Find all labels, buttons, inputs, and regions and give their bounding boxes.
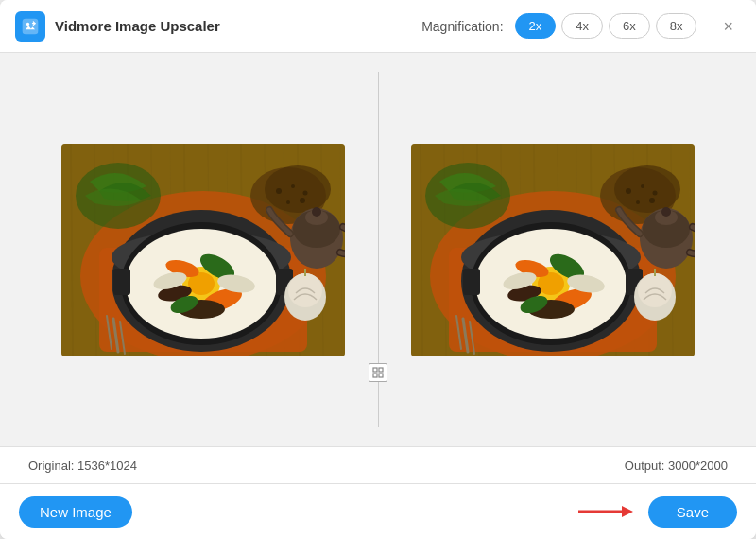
app-window: Vidmore Image Upscaler Magnification: 2x… [0,0,756,539]
save-area: Save [578,496,737,528]
new-image-button[interactable]: New Image [19,496,132,528]
svg-rect-0 [23,18,39,34]
svg-rect-88 [373,374,377,377]
info-bar: Original: 1536*1024 Output: 3000*2000 [0,446,756,484]
svg-rect-66 [463,269,480,295]
svg-point-31 [286,200,290,204]
svg-point-39 [288,273,322,307]
mag-2x-button[interactable]: 2x [515,13,557,39]
svg-rect-24 [113,269,130,295]
svg-rect-87 [379,368,383,372]
svg-rect-89 [379,374,383,377]
svg-rect-86 [373,368,377,372]
svg-point-37 [312,207,321,217]
mag-6x-button[interactable]: 6x [609,13,650,39]
app-title: Vidmore Image Upscaler [55,18,220,34]
output-image-panel [379,72,729,427]
app-logo [15,11,45,42]
svg-point-32 [300,198,305,203]
svg-point-29 [291,184,295,188]
original-image-panel [28,72,378,427]
content-area [0,53,756,446]
header: Vidmore Image Upscaler Magnification: 2x… [0,0,756,53]
svg-point-74 [649,198,655,203]
magnification-buttons: 2x 4x 6x 8x [515,13,697,39]
close-button[interactable]: × [715,14,741,39]
svg-point-72 [653,190,658,195]
svg-point-27 [265,165,331,213]
svg-point-73 [636,200,640,204]
output-size-label: Output: 3000*2000 [625,459,728,473]
svg-point-1 [26,22,29,25]
mag-4x-button[interactable]: 4x [561,13,603,39]
svg-point-71 [641,184,644,188]
svg-point-79 [662,207,671,217]
save-button[interactable]: Save [648,496,737,528]
magnification-label: Magnification: [421,19,503,34]
original-image [61,144,345,356]
svg-marker-91 [622,506,633,517]
svg-point-70 [626,188,631,194]
arrow-icon [578,500,635,523]
original-size-label: Original: 1536*1024 [28,459,137,473]
footer: New Image Save [0,484,756,539]
svg-point-28 [276,188,282,194]
svg-point-81 [638,273,672,307]
mag-8x-button[interactable]: 8x [656,13,697,39]
svg-point-69 [614,165,680,213]
svg-point-30 [302,190,307,195]
expand-icon [369,363,387,382]
output-image [411,144,695,356]
